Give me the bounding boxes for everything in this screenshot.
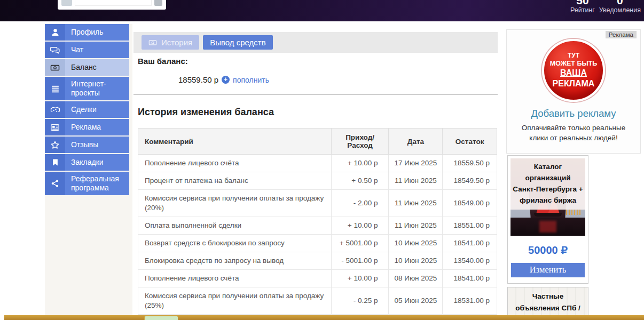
sidebar-item-label: Интернет-проекты	[65, 77, 129, 100]
banner-line: МОЖЕТ БЫТЬ	[550, 60, 598, 68]
user-icon	[45, 24, 65, 41]
search-input[interactable]	[75, 0, 152, 6]
advert-widget: Реклама ТУТ МОЖЕТ БЫТЬ ВАША РЕКЛАМА Доба…	[506, 29, 641, 154]
history-title: История изменения баланса	[138, 107, 274, 118]
advert-promo-text: Оплачивайте только реальные клики от реа…	[517, 123, 630, 143]
sidebar: Профиль Чат Баланс Интернет-проекты Сдел…	[45, 24, 129, 196]
table-row: Оплата выполненной сделки + 10.00 р 11 И…	[138, 217, 497, 235]
sidebar-item-reviews[interactable]: Отзывы	[45, 137, 129, 153]
sidebar-item-bookmarks[interactable]: Закладки	[45, 154, 129, 171]
cell-comment: Комиссия сервиса при получении оплаты за…	[138, 190, 332, 217]
tab-history-label: История	[161, 38, 192, 47]
notifications-label: Уведомления	[599, 6, 641, 14]
cell-date: 11 Июн 2025	[389, 217, 443, 235]
red-reflection	[539, 221, 556, 233]
table-header-row: Комментарий Приход/Расход Дата Остаток	[138, 129, 497, 155]
tab-withdraw[interactable]: Вывод средств	[203, 35, 272, 50]
cell-remainder: 18549.50 р	[443, 172, 497, 190]
top-header-bar: 50 Рейтинг 0 Уведомления	[0, 0, 644, 21]
cell-date: 11 Июн 2025	[389, 172, 443, 190]
change-button[interactable]: Изменить	[511, 263, 585, 277]
header-stats: 50 Рейтинг 0 Уведомления	[570, 0, 641, 14]
cell-date: 08 Июн 2025	[389, 270, 443, 287]
handshake-icon	[45, 101, 65, 118]
ad-price: 50000 ₽	[511, 244, 585, 257]
sidebar-item-label: Отзывы	[65, 137, 129, 153]
cell-amount: + 10.00 р	[331, 155, 389, 172]
sidebar-item-chat[interactable]: Чат	[45, 42, 129, 58]
city-lights	[566, 210, 582, 215]
cell-date: 05 Июн 2025	[389, 287, 443, 315]
col-comment: Комментарий	[138, 129, 332, 155]
search-button[interactable]	[154, 0, 162, 6]
add-advert-link[interactable]: Добавить рекламу	[507, 108, 640, 119]
list-icon	[45, 77, 65, 100]
cell-date: 10 Июн 2025	[389, 235, 443, 252]
topup-link[interactable]: пополнить	[233, 76, 269, 84]
notifications-stat[interactable]: 0 Уведомления	[599, 0, 641, 14]
notice-accept-button[interactable]	[144, 316, 178, 320]
cell-remainder: 18541.00 р	[443, 235, 497, 252]
sidebar-item-profile[interactable]: Профиль	[45, 24, 129, 41]
cell-comment: Блокировка средств по запросу на вывод	[138, 252, 332, 270]
table-row: Пополнение лицевого счёта + 10.00 р 08 И…	[138, 270, 497, 287]
table-row: Пополнение лицевого счёта + 10.00 р 17 И…	[138, 155, 497, 172]
your-ad-here-banner[interactable]: ТУТ МОЖЕТ БЫТЬ ВАША РЕКЛАМА	[542, 39, 605, 102]
rating-value: 50	[576, 0, 588, 6]
banner-line: РЕКЛАМА	[553, 78, 595, 89]
advert-tag: Реклама	[606, 31, 637, 38]
table-row: Блокировка средств по запросу на вывод -…	[138, 252, 497, 270]
col-date: Дата	[389, 129, 443, 155]
cell-remainder: 13540.00 р	[443, 252, 497, 270]
sidebar-item-deals[interactable]: Сделки	[45, 101, 129, 118]
sidebar-item-label: Баланс	[65, 59, 129, 76]
banknote-icon	[45, 59, 65, 76]
ship-hull	[534, 213, 562, 217]
rating-stat[interactable]: 50 Рейтинг	[570, 0, 595, 14]
cell-remainder: 18559.50 р	[443, 155, 497, 172]
star-icon	[45, 137, 65, 153]
cell-remainder: 18541.00 р	[443, 270, 497, 287]
tab-withdraw-label: Вывод средств	[210, 38, 265, 47]
balance-row: 18559.50 р + пополнить	[178, 75, 269, 84]
catalog-ad-title-line: фриланс биржа	[511, 195, 585, 206]
bottom-notice-bar	[4, 315, 644, 320]
balance-amount: 18559.50 р	[178, 75, 218, 84]
cell-date: 17 Июн 2025	[389, 155, 443, 172]
sidebar-item-ads[interactable]: Реклама	[45, 119, 129, 135]
table-row: Комиссия сервиса при получении оплаты за…	[138, 190, 497, 217]
sidebar-item-balance[interactable]: Баланс	[45, 59, 129, 76]
search-widget	[58, 0, 166, 10]
cell-comment: Комиссия сервиса при получении оплаты за…	[138, 287, 332, 315]
chat-icon	[45, 42, 65, 58]
sidebar-item-internet-projects[interactable]: Интернет-проекты	[45, 77, 129, 100]
balance-label: Ваш баланс:	[138, 57, 188, 66]
table-row: Комиссия сервиса при получении оплаты за…	[138, 287, 497, 315]
cell-remainder: 18531.00 р	[443, 287, 497, 315]
banner-line: ВАША	[560, 68, 587, 78]
table-row: Процент от платежа на баланс + 0.50 р 11…	[138, 172, 497, 190]
tab-history[interactable]: История	[142, 35, 199, 50]
classifieds-line: объявления СПб /	[509, 302, 587, 314]
cell-amount: - 2.00 р	[331, 190, 389, 217]
catalog-ad-title: Каталог организаций Санкт-Петербурга + ф…	[511, 158, 585, 210]
share-icon	[45, 172, 65, 195]
balance-tabstrip: История Вывод средств	[133, 32, 498, 53]
sidebar-item-label: Чат	[65, 42, 129, 58]
classifieds-line: Частные	[509, 291, 587, 302]
sidebar-item-label: Реферальная программа	[65, 172, 129, 195]
plus-circle-icon[interactable]: +	[222, 76, 230, 84]
cell-comment: Возврат средств с блокировки по запросу	[138, 235, 332, 252]
sidebar-item-label: Профиль	[65, 24, 129, 41]
catalog-ad-title-line: Каталог организаций	[511, 161, 585, 183]
catalog-ad-card: Каталог организаций Санкт-Петербурга + ф…	[507, 155, 588, 284]
search-category-dropdown[interactable]	[61, 0, 72, 6]
sidebar-item-referral-program[interactable]: Реферальная программа	[45, 172, 129, 195]
rating-label: Рейтинг	[570, 6, 595, 14]
sidebar-item-label: Реклама	[65, 119, 129, 135]
cell-comment: Оплата выполненной сделки	[138, 217, 332, 235]
catalog-ad-image[interactable]: Каталог организаций Санкт-Петербурга + ф…	[511, 158, 585, 236]
cell-comment: Пополнение лицевого счёта	[138, 270, 332, 287]
cell-amount: + 0.50 р	[331, 172, 389, 190]
cell-amount: + 10.00 р	[331, 217, 389, 235]
